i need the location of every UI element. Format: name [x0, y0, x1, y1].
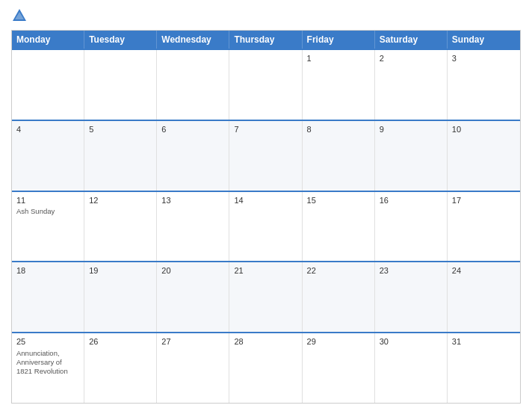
calendar-cell-1-0: 4 [12, 121, 84, 191]
calendar-cell-0-6: 3 [448, 50, 520, 120]
calendar-cell-1-2: 6 [157, 121, 229, 191]
weekday-header-monday: Monday [12, 31, 84, 49]
calendar-row-3: 18192021222324 [12, 261, 520, 332]
day-number: 2 [380, 53, 442, 64]
calendar-row-1: 45678910 [12, 120, 520, 191]
day-event: Annunciation, Anniversary of 1821 Revolu… [16, 349, 79, 377]
day-number: 9 [380, 124, 442, 135]
calendar-cell-3-6: 24 [448, 262, 520, 332]
calendar-cell-2-1: 12 [84, 192, 157, 262]
calendar-cell-1-4: 8 [303, 121, 375, 191]
calendar: MondayTuesdayWednesdayThursdayFridaySatu… [11, 30, 521, 404]
day-number: 18 [16, 265, 79, 276]
day-number: 20 [161, 265, 224, 276]
logo-icon [11, 7, 28, 24]
calendar-row-4: 25Annunciation, Anniversary of 1821 Revo… [12, 332, 520, 403]
weekday-header-saturday: Saturday [375, 31, 448, 49]
calendar-cell-2-3: 14 [229, 192, 302, 262]
day-number: 1 [307, 53, 370, 64]
calendar-cell-4-6: 31 [448, 333, 520, 403]
weekday-header-tuesday: Tuesday [84, 31, 157, 49]
weekday-header-wednesday: Wednesday [157, 31, 229, 49]
calendar-cell-2-2: 13 [157, 192, 229, 262]
calendar-cell-2-6: 17 [448, 192, 520, 262]
day-number: 17 [452, 195, 516, 206]
calendar-cell-3-1: 19 [84, 262, 157, 332]
calendar-cell-4-0: 25Annunciation, Anniversary of 1821 Revo… [12, 333, 84, 403]
day-number: 10 [452, 124, 516, 135]
calendar-row-2: 11Ash Sunday121314151617 [12, 191, 520, 262]
day-number: 11 [16, 195, 79, 206]
calendar-cell-0-2 [157, 50, 229, 120]
day-number: 5 [89, 124, 152, 135]
day-number: 25 [16, 336, 79, 347]
day-number: 26 [89, 336, 152, 347]
calendar-cell-4-3: 28 [229, 333, 302, 403]
calendar-cell-2-0: 11Ash Sunday [12, 192, 84, 262]
day-event: Ash Sunday [16, 207, 79, 216]
calendar-cell-2-4: 15 [303, 192, 375, 262]
day-number: 24 [452, 265, 516, 276]
day-number: 29 [307, 336, 370, 347]
logo [11, 7, 31, 24]
calendar-cell-3-5: 23 [375, 262, 448, 332]
day-number: 6 [161, 124, 224, 135]
day-number: 22 [307, 265, 370, 276]
day-number: 14 [234, 195, 297, 206]
day-number: 27 [161, 336, 224, 347]
day-number: 30 [380, 336, 442, 347]
day-number: 7 [234, 124, 297, 135]
calendar-cell-0-3 [229, 50, 302, 120]
calendar-cell-0-1 [84, 50, 157, 120]
calendar-cell-1-1: 5 [84, 121, 157, 191]
day-number: 16 [380, 195, 442, 206]
calendar-cell-3-4: 22 [303, 262, 375, 332]
day-number: 12 [89, 195, 152, 206]
day-number: 3 [452, 53, 516, 64]
calendar-cell-3-2: 20 [157, 262, 229, 332]
calendar-cell-3-0: 18 [12, 262, 84, 332]
calendar-cell-4-2: 27 [157, 333, 229, 403]
calendar-header: MondayTuesdayWednesdayThursdayFridaySatu… [12, 31, 520, 49]
calendar-cell-0-4: 1 [303, 50, 375, 120]
calendar-cell-4-4: 29 [303, 333, 375, 403]
calendar-cell-1-5: 9 [375, 121, 448, 191]
calendar-row-0: 123 [12, 49, 520, 120]
calendar-body: 1234567891011Ash Sunday12131415161718192… [12, 49, 520, 403]
calendar-cell-0-5: 2 [375, 50, 448, 120]
calendar-cell-4-1: 26 [84, 333, 157, 403]
day-number: 23 [380, 265, 442, 276]
page: MondayTuesdayWednesdayThursdayFridaySatu… [0, 0, 532, 411]
weekday-header-friday: Friday [303, 31, 375, 49]
day-number: 8 [307, 124, 370, 135]
calendar-cell-4-5: 30 [375, 333, 448, 403]
day-number: 15 [307, 195, 370, 206]
weekday-header-thursday: Thursday [229, 31, 302, 49]
day-number: 21 [234, 265, 297, 276]
day-number: 31 [452, 336, 516, 347]
calendar-cell-1-3: 7 [229, 121, 302, 191]
calendar-cell-0-0 [12, 50, 84, 120]
calendar-cell-3-3: 21 [229, 262, 302, 332]
calendar-cell-2-5: 16 [375, 192, 448, 262]
day-number: 4 [16, 124, 79, 135]
calendar-cell-1-6: 10 [448, 121, 520, 191]
day-number: 19 [89, 265, 152, 276]
header [11, 7, 521, 24]
day-number: 13 [161, 195, 224, 206]
weekday-header-sunday: Sunday [448, 31, 520, 49]
day-number: 28 [234, 336, 297, 347]
